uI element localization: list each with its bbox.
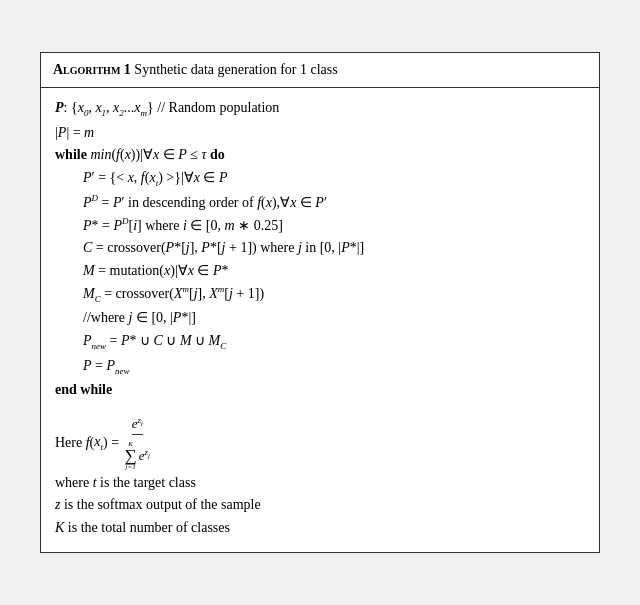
fraction: ezt K ∑ j=1 ezj [125,415,150,471]
line-p-def: P: {x0, x1, x2...xm} // Random populatio… [55,97,585,121]
line-7: //where j ∈ [0, |P*|] [55,307,585,329]
line-9: P = Pnew [55,355,585,379]
line-4: C = crossover(P*[j], P*[j + 1]) where j … [55,237,585,259]
algorithm-container: Algorithm 1 Synthetic data generation fo… [40,52,600,552]
fraction-numerator: ezt [132,415,143,435]
algorithm-body: P: {x0, x1, x2...xm} // Random populatio… [41,88,599,552]
line-3: P* = PD[i] where i ∈ [0, m ∗ 0.25] [55,215,585,237]
line-end-while: end while [55,379,585,401]
algorithm-header: Algorithm 1 Synthetic data generation fo… [41,53,599,88]
line-desc3: K is the total number of classes [55,517,585,539]
line-here: Here f(xt) = ezt K ∑ j=1 ezj [55,415,585,471]
algorithm-title: Synthetic data generation for 1 class [134,62,337,77]
line-5: M = mutation(x)|∀x ∈ P* [55,260,585,282]
line-while: while min(f(x))|∀x ∈ P ≤ τ do [55,144,585,166]
line-6: MC = crossover(Xm[j], Xm[j + 1]) [55,283,585,307]
algorithm-label: Algorithm 1 [53,62,131,77]
line-8: Pnew = P* ∪ C ∪ M ∪ MC [55,330,585,354]
line-2: PD = P′ in descending order of f(x),∀x ∈… [55,192,585,214]
line-desc2: z is the softmax output of the sample [55,494,585,516]
line-1: P′ = {< x, f(xt) >}|∀x ∈ P [55,167,585,191]
fraction-denominator: K ∑ j=1 ezj [125,435,150,470]
line-desc1: where t is the target class [55,472,585,494]
line-p-size: |P| = m [55,122,585,144]
